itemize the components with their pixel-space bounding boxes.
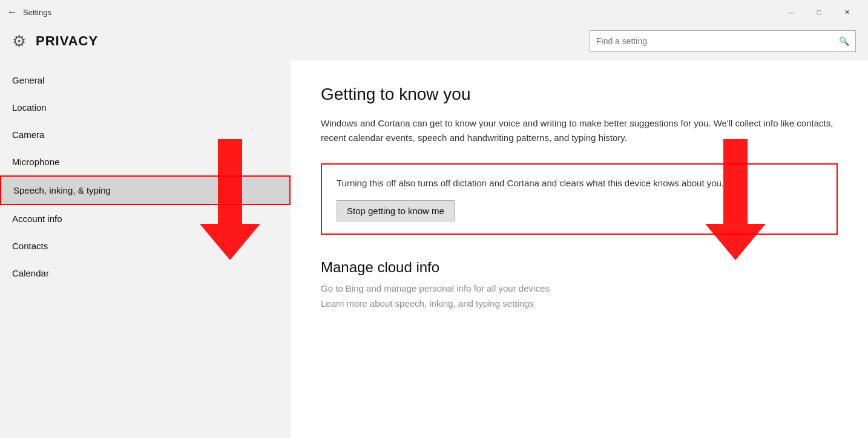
minimize-button[interactable]: — <box>777 0 805 24</box>
sidebar-item-microphone[interactable]: Microphone <box>0 148 291 175</box>
section-link-learn-more: Learn more about speech, inking, and typ… <box>321 298 838 309</box>
sidebar-item-calendar[interactable]: Calendar <box>0 260 291 287</box>
main-area: General Location Camera Microphone Speec… <box>0 60 868 438</box>
highlight-box-text: Turning this off also turns off dictatio… <box>337 177 822 191</box>
sidebar-item-location[interactable]: Location <box>0 94 291 121</box>
search-box: 🔍 <box>590 30 856 52</box>
close-button[interactable]: ✕ <box>833 0 861 24</box>
title-bar: ← Settings — □ ✕ <box>0 0 868 24</box>
header-left: ⚙ PRIVACY <box>12 32 98 51</box>
sidebar: General Location Camera Microphone Speec… <box>0 60 291 438</box>
sidebar-item-contacts[interactable]: Contacts <box>0 232 291 260</box>
section-body-manage-cloud-info: Go to Bing and manage personal info for … <box>321 283 838 293</box>
section-body-getting-to-know-you: Windows and Cortana can get to know your… <box>321 116 838 145</box>
window-title: Settings <box>23 8 51 17</box>
sidebar-item-general[interactable]: General <box>0 67 291 94</box>
title-bar-left: ← Settings <box>7 7 51 18</box>
window-controls: — □ ✕ <box>777 0 861 24</box>
search-icon: 🔍 <box>839 36 849 46</box>
stop-getting-to-know-me-button[interactable]: Stop getting to know me <box>337 200 455 221</box>
content-area: Getting to know you Windows and Cortana … <box>291 60 868 438</box>
search-input[interactable] <box>596 36 839 46</box>
sidebar-item-camera[interactable]: Camera <box>0 121 291 148</box>
app-header: ⚙ PRIVACY 🔍 <box>0 24 868 60</box>
gear-icon: ⚙ <box>12 32 26 51</box>
manage-cloud-info-section: Manage cloud info Go to Bing and manage … <box>321 259 838 309</box>
highlight-box: Turning this off also turns off dictatio… <box>321 163 838 235</box>
getting-to-know-you-section: Getting to know you Windows and Cortana … <box>321 85 838 235</box>
section-title-manage-cloud-info: Manage cloud info <box>321 259 838 276</box>
page-title: PRIVACY <box>36 33 98 49</box>
back-button[interactable]: ← <box>7 7 17 18</box>
sidebar-item-account-info[interactable]: Account info <box>0 205 291 232</box>
sidebar-item-speech-inking-typing[interactable]: Speech, inking, & typing <box>0 175 291 205</box>
maximize-button[interactable]: □ <box>805 0 833 24</box>
section-title-getting-to-know-you: Getting to know you <box>321 85 838 104</box>
